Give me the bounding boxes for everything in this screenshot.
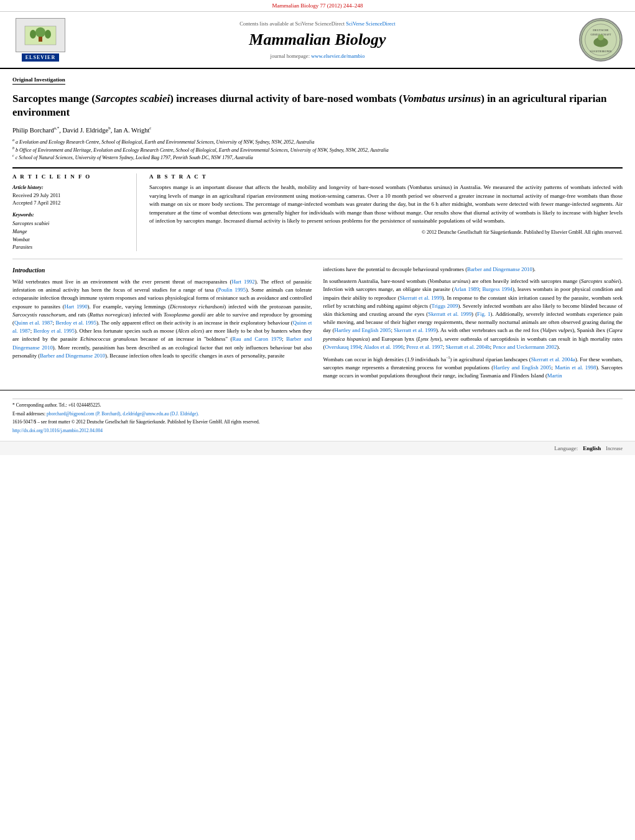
ref-arlan1989[interactable]: Arlan 1989: [454, 286, 479, 292]
ref-berdoy1995b[interactable]: Berdoy et al. 1995: [34, 328, 75, 334]
intro-para-4: Wombats can occur in high densities (1.9…: [323, 355, 623, 380]
society-seal-icon: DEUTSCHE GESELLSCHAFT SÄUGETIERKUNDE: [580, 19, 621, 61]
journal-header: ELSEVIER Contents lists available at Sci…: [0, 12, 635, 69]
affiliation-a: a a Evolution and Ecology Research Centr…: [12, 137, 623, 145]
ref-berdoy1995[interactable]: Berdoy et al. 1995: [55, 320, 96, 326]
keywords-label: Keywords:: [12, 212, 127, 218]
doi-link[interactable]: http://dx.doi.org/10.1016/j.mambio.2012.…: [12, 428, 103, 433]
svg-text:DEUTSCHE: DEUTSCHE: [593, 29, 608, 32]
ref-rau1979[interactable]: Rau and Caron 1979: [233, 336, 282, 342]
body-col-right: infections have the potential to decoupl…: [323, 265, 623, 384]
info-abstract-section: A R T I C L E I N F O Article history: R…: [12, 167, 623, 251]
section-type-label: Original Investigation: [12, 76, 65, 85]
ref-skerratt2004a[interactable]: Skerratt et al. 2004a: [531, 356, 575, 362]
body-section: Introduction Wild vertebrates must live …: [12, 259, 623, 384]
affiliation-b: b b Office of Environment and Heritage, …: [12, 145, 623, 154]
article-title: Sarcoptes mange (Sarcoptes scabiei) incr…: [12, 92, 623, 119]
ref-pence2002[interactable]: Pence and Ueckermann 2002: [493, 344, 557, 350]
accepted-date: Accepted 7 April 2012: [12, 200, 127, 207]
page-wrapper: Mammalian Biology 77 (2012) 244–248 ELSE…: [0, 0, 635, 455]
article-footer: * Corresponding author. Tel.: +61 024448…: [0, 390, 635, 441]
elsevier-wordmark: ELSEVIER: [22, 53, 59, 62]
elsevier-tree-icon: [22, 23, 59, 48]
svg-point-4: [45, 30, 51, 39]
right-logo: DEUTSCHE GESELLSCHAFT SÄUGETIERKUNDE: [567, 18, 623, 62]
abstract-copyright: © 2012 Deutsche Gesellschaft für Säugeti…: [149, 229, 623, 235]
article-info-header: A R T I C L E I N F O: [12, 173, 127, 180]
authors-line: Philip Borcharda,*, David J. Eldridgeb, …: [12, 126, 623, 134]
language-value: English: [583, 445, 601, 451]
journal-title: Mammalian Biology: [81, 30, 554, 49]
homepage-link[interactable]: www.elsevier.de/mambio: [311, 53, 364, 59]
ref-quinn1987[interactable]: Quinn et al. 1987: [14, 320, 53, 326]
ref-perez1997[interactable]: Perez et al. 1997: [406, 344, 443, 350]
history-label: Article history:: [12, 185, 127, 190]
intro-para-3: In southeastern Australia, bare-nosed wo…: [323, 277, 623, 351]
intro-title: Introduction: [12, 265, 312, 275]
ref-triggs2009[interactable]: Triggs 2009: [432, 303, 458, 309]
ref-skerratt2004b[interactable]: Skerratt et al. 2004b: [445, 344, 489, 350]
ref-martin[interactable]: Martin: [547, 372, 562, 379]
abstract-header: A B S T R A C T: [149, 173, 623, 180]
keyword-4: Parasites: [12, 243, 127, 251]
ref-barber2010c[interactable]: Barber and Dingemanse 2010: [467, 266, 532, 272]
abstract-column: A B S T R A C T Sarcoptes mange is an im…: [149, 173, 623, 251]
article-content: Original Investigation Sarcoptes mange (…: [0, 69, 635, 390]
ref-alados1996[interactable]: Alados et al. 1996: [364, 344, 404, 350]
received-date: Received 29 July 2011: [12, 192, 127, 200]
intro-para-2: infections have the potential to decoupl…: [323, 265, 623, 274]
ref-martin1998[interactable]: Martin et al. 1998: [555, 364, 596, 371]
email2-link[interactable]: d.eldridge@unsw.edu.au (D.J. Eldridge).: [123, 411, 199, 417]
issn-line: 1616-5047/$ – see front matter © 2012 De…: [12, 419, 623, 426]
language-label: Language:: [554, 445, 578, 451]
ref-hart1992[interactable]: Hart 1992: [231, 279, 254, 285]
journal-homepage: journal homepage: www.elsevier.de/mambio: [81, 53, 554, 59]
abstract-text: Sarcoptes mange is an important disease …: [149, 183, 623, 226]
journal-top-bar: Mammalian Biology 77 (2012) 244–248: [0, 0, 635, 12]
ref-fig1[interactable]: Fig. 1: [477, 311, 491, 317]
email1-link[interactable]: pborchard@bigpond.com (P. Borchard),: [47, 411, 121, 417]
keyword-2: Mange: [12, 228, 127, 236]
corresponding-author-note: * Corresponding author. Tel.: +61 024448…: [12, 402, 623, 409]
keywords-list: Sarcoptes scabiei Mange Wombat Parasites: [12, 219, 127, 251]
bottom-toolbar: Language: English Increase: [0, 441, 635, 455]
sciverse-line: Contents lists available at SciVerse Sci…: [81, 21, 554, 27]
body-col-left: Introduction Wild vertebrates must live …: [12, 265, 312, 384]
svg-point-3: [30, 30, 36, 39]
ref-hart1990[interactable]: Hart 1990: [65, 303, 88, 310]
header-center: Contents lists available at SciVerse Sci…: [68, 21, 567, 59]
intro-para-1: Wild vertebrates must live in an environ…: [12, 278, 312, 360]
journal-top-citation: Mammalian Biology 77 (2012) 244–248: [272, 2, 363, 9]
ref-hartley2005b[interactable]: Hartley and English 2005: [493, 364, 551, 371]
sciverse-link[interactable]: SciVerse ScienceDirect: [346, 21, 396, 27]
ref-skerratt1999c[interactable]: Skerratt et al. 1999: [394, 327, 436, 333]
ref-barber2010b[interactable]: Barber and Dingemanse 2010: [40, 353, 105, 359]
ref-skerratt1999[interactable]: Skerratt et al. 1999: [400, 295, 442, 301]
article-info-column: A R T I C L E I N F O Article history: R…: [12, 173, 137, 251]
svg-point-10: [598, 34, 604, 40]
affiliation-c: c c School of Natural Sciences, Universi…: [12, 153, 623, 161]
society-logo: DEUTSCHE GESELLSCHAFT SÄUGETIERKUNDE: [579, 18, 623, 62]
svg-rect-2: [39, 37, 42, 42]
ref-burgess1994[interactable]: Burgess 1994: [482, 286, 512, 292]
email-line: E-mail addresses: pborchard@bigpond.com …: [12, 411, 623, 418]
elsevier-logo-image: [16, 18, 65, 52]
keyword-1: Sarcoptes scabiei: [12, 219, 127, 228]
ref-hartley2005[interactable]: Hartley and English 2005: [335, 327, 391, 333]
svg-text:SÄUGETIERKUNDE: SÄUGETIERKUNDE: [590, 50, 612, 53]
ref-skerratt1999b[interactable]: Skerratt et al. 1999: [428, 311, 471, 317]
elsevier-logo: ELSEVIER: [12, 18, 68, 62]
affiliations: a a Evolution and Ecology Research Centr…: [12, 137, 623, 162]
doi-line: http://dx.doi.org/10.1016/j.mambio.2012.…: [12, 428, 623, 435]
ref-poulin1995[interactable]: Poulin 1995: [218, 287, 246, 293]
ref-overskauq1994[interactable]: Overskauq 1994: [325, 344, 361, 350]
svg-point-1: [35, 27, 45, 37]
increase-button[interactable]: Increase: [606, 446, 623, 451]
keyword-3: Wombat: [12, 236, 127, 244]
footer-divider: [12, 399, 623, 399]
